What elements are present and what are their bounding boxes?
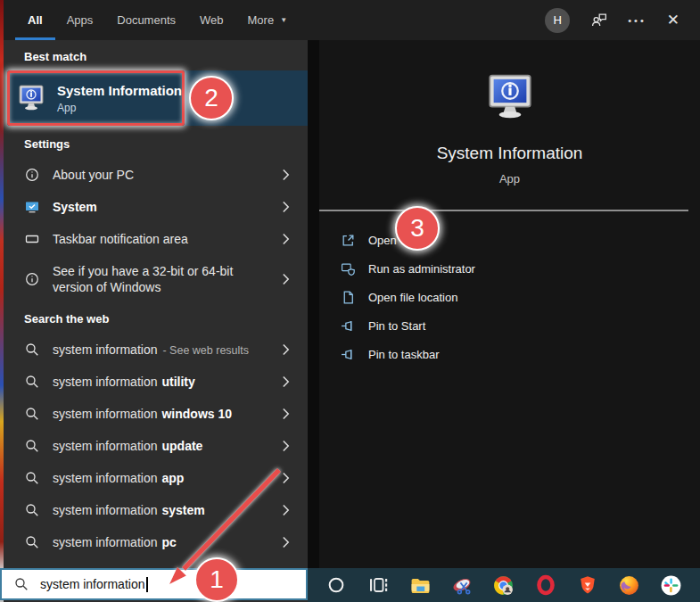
opera-icon[interactable] — [534, 573, 557, 597]
web-suggestion[interactable]: system informationwindows 10 — [4, 398, 308, 430]
tab-all[interactable]: All — [28, 0, 43, 40]
search-input[interactable]: system information — [0, 568, 308, 600]
action-run-as-administrator[interactable]: Run as administrator — [319, 254, 700, 283]
chevron-right-icon — [282, 408, 290, 420]
text-cursor — [146, 577, 148, 592]
topbar-actions: H ••• ✕ — [545, 8, 700, 33]
pin-icon — [341, 347, 356, 362]
web-suggestion[interactable]: system informationpc — [4, 526, 308, 558]
settings-header: Settings — [24, 137, 70, 151]
task-view-icon[interactable] — [366, 573, 390, 597]
search-icon — [25, 471, 39, 485]
search-icon — [25, 535, 39, 549]
best-match-subtitle: App — [57, 102, 182, 114]
preview-title: System Information — [319, 144, 700, 163]
result-about-your-pc[interactable]: About your PC — [4, 159, 308, 191]
taskbar — [308, 568, 700, 602]
windows-search-flyout: All Apps Documents Web More ▼ H ••• ✕ B — [0, 0, 700, 602]
search-icon — [25, 342, 39, 357]
system-monitor-icon — [25, 200, 39, 214]
action-pin-to-start[interactable]: Pin to Start — [319, 311, 700, 340]
brave-icon[interactable] — [576, 573, 599, 597]
system-information-icon — [17, 84, 45, 112]
web-suggestion[interactable]: system informationutility — [4, 366, 308, 398]
best-match-title: System Information — [57, 83, 182, 98]
search-input-value: system information — [40, 577, 144, 591]
chevron-right-icon — [282, 537, 290, 548]
best-match-header: Best match — [24, 50, 86, 63]
chevron-right-icon — [282, 274, 290, 285]
file-explorer-icon[interactable] — [408, 573, 432, 597]
best-match-result[interactable]: System Information App — [7, 70, 308, 126]
tab-apps[interactable]: Apps — [67, 0, 94, 40]
chevron-right-icon — [282, 169, 290, 181]
web-suggestion[interactable]: system informationupdate — [4, 430, 308, 462]
action-open-file-location[interactable]: Open file location — [319, 283, 700, 311]
search-icon — [25, 439, 39, 453]
result-system[interactable]: System — [4, 191, 308, 223]
web-suggestion[interactable]: system informationsystem — [4, 494, 308, 526]
cortana-icon[interactable] — [325, 573, 348, 597]
result-32-or-64-bit[interactable]: See if you have a 32-bit or 64-bit versi… — [4, 255, 308, 303]
file-location-icon — [341, 290, 356, 305]
filter-tabs: All Apps Documents Web More ▼ — [28, 0, 287, 40]
chevron-right-icon — [282, 344, 290, 356]
tab-web[interactable]: Web — [200, 0, 224, 40]
action-pin-to-taskbar[interactable]: Pin to taskbar — [319, 340, 700, 368]
web-suggestion[interactable]: system informationapp — [4, 462, 308, 494]
user-avatar[interactable]: H — [545, 8, 570, 33]
chevron-right-icon — [282, 473, 290, 484]
chrome-icon[interactable] — [492, 573, 515, 597]
feedback-icon[interactable] — [590, 12, 607, 29]
preview-subtitle: App — [319, 172, 700, 186]
chevron-right-icon — [282, 376, 290, 388]
admin-shield-icon — [341, 261, 356, 276]
info-icon — [25, 272, 39, 286]
close-icon[interactable]: ✕ — [667, 11, 679, 29]
snip-tool-icon[interactable] — [450, 573, 474, 597]
taskbar-rect-icon — [25, 232, 39, 246]
divider — [319, 210, 688, 211]
tab-more[interactable]: More ▼ — [248, 0, 288, 40]
ellipsis-icon[interactable]: ••• — [628, 15, 646, 26]
info-icon — [25, 168, 39, 182]
pin-icon — [341, 318, 356, 334]
result-taskbar-notification-area[interactable]: Taskbar notification area — [4, 223, 308, 255]
chevron-right-icon — [282, 505, 290, 516]
tab-documents[interactable]: Documents — [117, 0, 176, 40]
slack-icon[interactable] — [659, 573, 682, 597]
system-information-icon — [485, 72, 535, 122]
firefox-icon[interactable] — [618, 573, 641, 597]
search-icon — [25, 375, 39, 389]
chevron-right-icon — [282, 441, 290, 452]
search-results-panel: Best match System Information App Settin… — [4, 40, 308, 602]
search-the-web-header: Search the web — [24, 312, 109, 326]
search-icon — [14, 577, 29, 591]
action-open[interactable]: Open — [319, 226, 700, 254]
preview-panel: System Information App Open Run as admin… — [308, 40, 700, 568]
search-filter-bar: All Apps Documents Web More ▼ H ••• ✕ — [4, 0, 700, 40]
web-suggestion[interactable]: system information- See web results — [4, 334, 308, 366]
search-icon — [25, 503, 39, 517]
search-icon — [25, 407, 39, 421]
open-icon — [341, 233, 356, 248]
chevron-down-icon: ▼ — [280, 16, 287, 24]
chevron-right-icon — [282, 202, 290, 213]
chevron-right-icon — [282, 234, 290, 245]
